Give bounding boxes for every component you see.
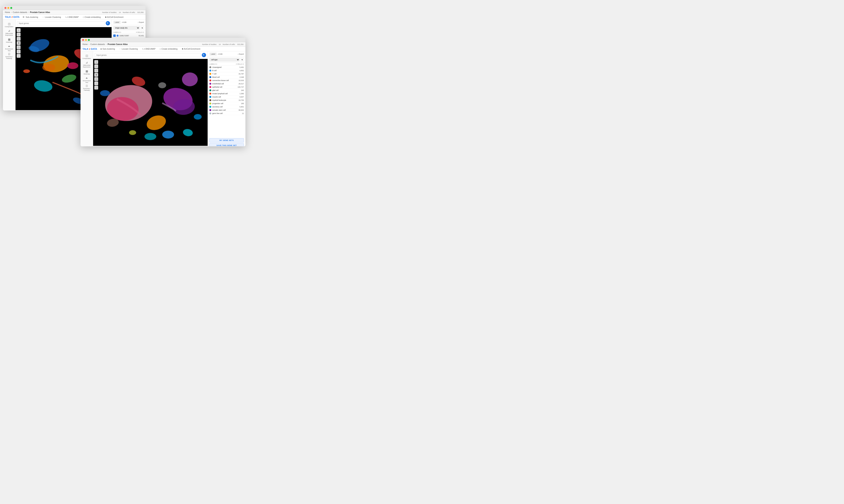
sidebar-composition-back[interactable]: ◫ Composition [4, 21, 14, 29]
export-button-front[interactable]: ↓ Export [238, 53, 244, 55]
maximize-btn-back[interactable] [10, 7, 12, 9]
zoom-out-front[interactable]: − [94, 64, 98, 68]
toolbar-tsne-back[interactable]: ∿ t-SNE/UMAP [64, 16, 80, 19]
front-row-innate-lymphoid[interactable]: innate lymphoid cell 1,585 [208, 92, 245, 95]
upload-front[interactable]: ↑ [94, 82, 98, 85]
sidebar-enrichment-back[interactable]: ⏶ Enrichment Test [4, 44, 14, 52]
front-row-secretory[interactable]: secretory cell 5,801 [208, 105, 245, 109]
front-row-somatic-stem[interactable]: somatic stem cell 98,602 [208, 109, 245, 112]
panel-table-header-front: LABELS ◇ # CELLS ◇ [208, 62, 245, 66]
sidebar-heatmap-back[interactable]: ▦ Heatmap [4, 37, 14, 44]
export-button-back[interactable]: ↓ Export [138, 21, 144, 23]
label-button-front[interactable]: Label [209, 53, 217, 56]
toolbar-embedding-back[interactable]: □ Create embedding [82, 16, 102, 19]
zoom-in-front[interactable]: + [94, 60, 98, 64]
save-gene-set-button-front[interactable]: SAVE THIS GENE SET [209, 143, 244, 146]
cells-t-cell-front: 34,787 [233, 73, 244, 75]
front-row-epithelial[interactable]: epithelial cell 100,727 [208, 86, 245, 89]
sidebar-heatmap-front[interactable]: ▦ Heatmap [82, 68, 91, 76]
download-front[interactable]: ↓ [94, 86, 98, 90]
zoom-out-back[interactable]: − [17, 33, 21, 36]
studies-label-front: Number of studies: [202, 43, 217, 46]
toolbar-louvain-front[interactable]: ⋯ Louvain Clustering [118, 48, 139, 50]
toolbar-sub-clustering-back[interactable]: ⊞ Sub-clustering [22, 16, 39, 19]
select-front[interactable]: ◻ [94, 77, 98, 81]
sidebar-diffexpr-front[interactable]: ⊿ Differential Expression [82, 61, 91, 68]
close-btn-front[interactable] [82, 39, 84, 41]
sub-clustering-label-back: Sub-clustering [25, 16, 38, 18]
toolbar-sub-clustering-front[interactable]: ⊞ Sub-clustering [99, 48, 116, 50]
toolbar-aucell-front[interactable]: ✱ AUCell Enrichment [181, 48, 201, 50]
zoom-in-back[interactable]: + [17, 28, 21, 32]
toolbar-louvain-back[interactable]: ⋯ Louvain Clustering [41, 16, 62, 19]
toolbar-back: TALK2DATA ⊞ Sub-clustering ⋯ Louvain Clu… [3, 15, 145, 20]
logo-talk-front: TALK [83, 48, 88, 50]
sidebar-enrichment-front[interactable]: ⏶ Enrichment Test [82, 76, 91, 84]
sidebar-summary-back[interactable]: ⌸ Summary / Pathway [4, 52, 14, 59]
cells-secretory-front: 5,801 [233, 106, 244, 108]
search-button-front[interactable]: 🔍 [202, 53, 206, 57]
map-controls-front: + − ⌂ ✥ ◻ ↑ ↓ [94, 60, 98, 90]
selector-dropdown-front[interactable]: cell type [209, 58, 240, 61]
sidebar-diffexpr-back[interactable]: ⊿ Differential Expression [4, 29, 14, 36]
header-cells-back: # CELLS ◇ [133, 31, 144, 33]
select-back[interactable]: ◻ [17, 46, 21, 49]
front-row-germ-line[interactable]: germ line cell 11 [208, 112, 245, 115]
logo-back: TALK2DATA [5, 16, 19, 18]
front-row-glial[interactable]: glial cell 245 [208, 89, 245, 92]
front-row-muscle[interactable]: muscle cell 9,607 [208, 95, 245, 99]
reset-view-front[interactable]: ⌂ [94, 69, 98, 72]
export-label-front: Export [239, 53, 244, 55]
checkbox-gse172357-back[interactable]: ✓ [113, 35, 116, 37]
my-gene-sets-button-front[interactable]: MY GENE SETS [209, 138, 244, 143]
reset-view-back[interactable]: ⌂ [17, 37, 21, 41]
minimize-btn-back[interactable] [7, 7, 9, 9]
gating-mode-front[interactable]: Gating mode ▾ [93, 146, 208, 146]
front-row-blood-cell[interactable]: blood cell 2,048 [208, 76, 245, 79]
input-genes-field-front[interactable] [95, 53, 201, 57]
front-row-myeloid[interactable]: myeloid leukocyte 19,755 [208, 99, 245, 102]
front-row-t-cell[interactable]: T cell 34,787 [208, 72, 245, 76]
pan-back[interactable]: ✥ [17, 41, 21, 45]
panel-selector-back: Origin study IDs ⧉ [112, 25, 145, 31]
dot-germ-line-front [209, 112, 211, 114]
sidebar-composition-front[interactable]: ◫ Composition [82, 53, 91, 60]
export-icon-front: ↓ [238, 53, 239, 55]
minimize-btn-front[interactable] [85, 39, 87, 41]
dot-endothelial-front [209, 83, 211, 85]
label-unassigned-front: Unassigned [212, 66, 232, 68]
enrichment-label-back: Enrichment Test [4, 48, 14, 52]
edit-button-back[interactable]: A Edit [122, 21, 126, 23]
copy-button-front[interactable]: ⧉ [240, 58, 244, 61]
front-row-connective[interactable]: connective tissue cell 10,533 [208, 79, 245, 82]
cells-blood-cell-front: 2,048 [233, 76, 244, 78]
input-genes-field-back[interactable] [17, 21, 105, 25]
front-row-b-cell[interactable]: B cell 4,852 [208, 69, 245, 72]
sep1-back: > [11, 11, 12, 13]
toolbar-aucell-back[interactable]: ✱ AUCell Enrichment [104, 16, 124, 19]
breadcrumb-custom-back[interactable]: Custom datasets [13, 11, 27, 13]
breadcrumb-home-front[interactable]: Home [83, 43, 88, 46]
edit-button-front[interactable]: A Edit [218, 53, 223, 55]
front-row-unassigned[interactable]: Unassigned 5,491 [208, 66, 245, 69]
close-btn-back[interactable] [4, 7, 6, 9]
toolbar-tsne-front[interactable]: ∿ t-SNE/UMAP [141, 48, 156, 50]
front-row-progenitor[interactable]: progenitor cell 195 [208, 102, 245, 105]
search-button-back[interactable]: 🔍 [106, 21, 110, 25]
download-back[interactable]: ↓ [17, 54, 21, 58]
sub-clustering-icon-front: ⊞ [100, 48, 102, 50]
breadcrumb-home-back[interactable]: Home [5, 11, 10, 13]
copy-button-back[interactable]: ⧉ [140, 26, 144, 30]
pan-front[interactable]: ✥ [94, 73, 98, 77]
summary-icon-front: ⌸ [86, 84, 87, 87]
breadcrumb-custom-front[interactable]: Custom datasets [90, 43, 105, 46]
label-button-back[interactable]: Label [113, 21, 121, 24]
sidebar-summary-front[interactable]: ⌸ Summary / Pathway [82, 84, 91, 91]
front-row-endothelial[interactable]: endothelial cell 28,317 [208, 82, 245, 86]
maximize-btn-front[interactable] [88, 39, 90, 41]
back-row-gse172357[interactable]: ✓ GSE172357 83,451 [112, 34, 145, 38]
selector-dropdown-back[interactable]: Origin study IDs [113, 26, 140, 30]
embedding-icon-front: □ [160, 48, 161, 50]
upload-back[interactable]: ↑ [17, 50, 21, 54]
toolbar-embedding-front[interactable]: □ Create embedding [159, 48, 178, 50]
